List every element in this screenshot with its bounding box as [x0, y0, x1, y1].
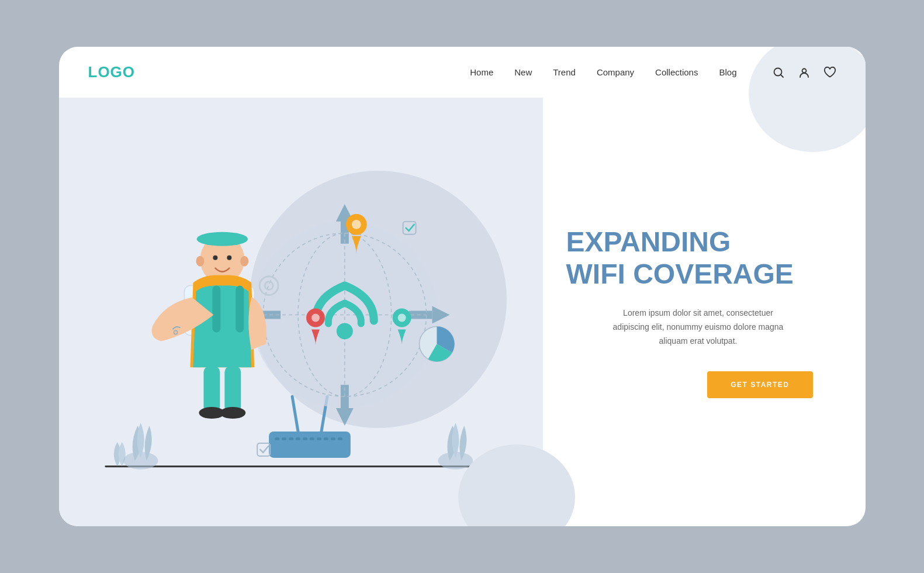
svg-rect-15	[330, 437, 335, 440]
search-icon[interactable]	[772, 66, 785, 79]
svg-point-2	[802, 68, 806, 73]
logo[interactable]: LOGO	[88, 63, 136, 81]
svg-point-36	[311, 313, 319, 322]
main-content: ✦	[59, 98, 866, 526]
svg-rect-58	[212, 286, 220, 333]
heart-icon[interactable]	[823, 66, 836, 79]
svg-rect-52	[403, 222, 416, 234]
svg-point-63	[220, 407, 245, 419]
plant-right	[438, 423, 473, 470]
svg-rect-60	[203, 366, 220, 413]
svg-rect-12	[309, 437, 314, 440]
text-area: EXPANDING WIFI COVERAGE Lorem ipsum dolo…	[543, 98, 866, 526]
svg-point-65	[227, 256, 231, 260]
nav-item-company[interactable]: Company	[597, 67, 634, 78]
svg-point-32	[336, 323, 352, 339]
svg-marker-22	[335, 408, 353, 426]
svg-line-1	[781, 75, 783, 77]
nav-item-blog[interactable]: Blog	[719, 67, 736, 78]
nav-item-home[interactable]: Home	[470, 67, 493, 78]
nav-item-collections[interactable]: Collections	[655, 67, 698, 78]
svg-marker-26	[432, 306, 449, 324]
navbar: LOGO Home New Trend Company Collections …	[59, 47, 866, 98]
svg-point-67	[240, 256, 248, 267]
svg-rect-61	[224, 366, 241, 413]
nav-item-trend[interactable]: Trend	[553, 67, 576, 78]
svg-point-38	[397, 313, 406, 322]
svg-rect-13	[316, 437, 321, 440]
svg-rect-53	[257, 443, 270, 456]
main-card: LOGO Home New Trend Company Collections …	[59, 47, 866, 526]
svg-rect-14	[323, 437, 328, 440]
user-icon[interactable]	[798, 66, 811, 79]
svg-rect-10	[296, 437, 300, 440]
nav-links: Home New Trend Company Collections Blog	[470, 67, 736, 78]
svg-rect-7	[275, 437, 279, 440]
svg-rect-16	[337, 437, 342, 440]
hero-title: EXPANDING WIFI COVERAGE	[566, 226, 830, 290]
svg-point-34	[351, 220, 361, 229]
svg-rect-6	[269, 432, 351, 458]
illustration-area: ✦	[59, 98, 543, 526]
svg-rect-59	[236, 286, 244, 333]
svg-rect-11	[302, 437, 307, 440]
svg-rect-57	[203, 233, 241, 245]
svg-rect-9	[289, 437, 293, 440]
svg-rect-8	[282, 437, 286, 440]
svg-line-17	[292, 396, 298, 432]
svg-point-64	[213, 256, 217, 260]
nav-icons	[772, 66, 836, 79]
nav-item-new[interactable]: New	[514, 67, 532, 78]
get-started-button[interactable]: GET STARTED	[707, 371, 812, 398]
svg-point-66	[196, 256, 204, 267]
plant-left	[123, 423, 158, 470]
illustration-svg: ✦	[59, 98, 543, 526]
hero-description: Lorem ipsum dolor sit amet, consectetuer…	[605, 306, 792, 348]
